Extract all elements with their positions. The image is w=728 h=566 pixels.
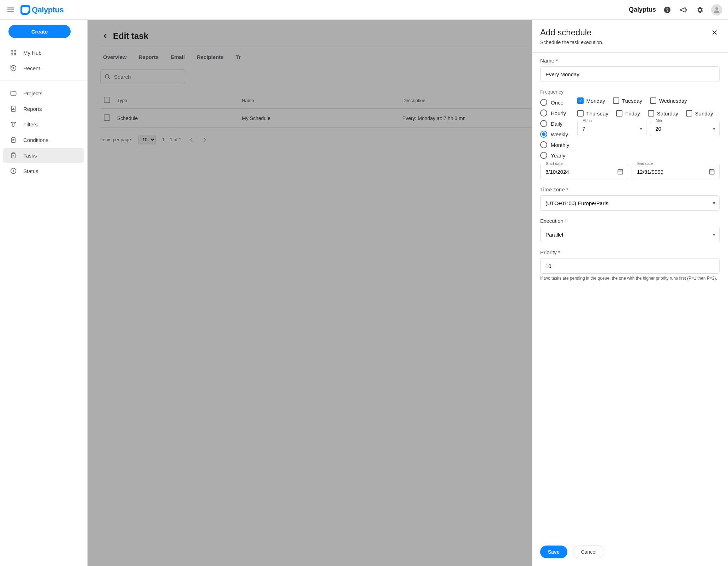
timezone-select[interactable]: (UTC+01:00) Europe/Paris: [540, 195, 720, 211]
start-date-label: Start date: [544, 161, 564, 166]
menu-toggle-button[interactable]: [6, 5, 16, 15]
svg-rect-12: [709, 169, 714, 174]
checkbox-icon: [650, 97, 656, 104]
calendar-icon[interactable]: [617, 168, 624, 175]
day-label: Thursday: [586, 111, 609, 117]
frequency-radio-weekly[interactable]: Weekly: [540, 131, 569, 138]
day-label: Monday: [586, 98, 605, 104]
filter-icon: [10, 121, 17, 128]
sidebar: Create My HubRecent ProjectsReportsFilte…: [0, 20, 88, 566]
settings-icon[interactable]: [695, 5, 705, 15]
day-checkbox-wednesday[interactable]: Wednesday: [650, 97, 687, 104]
radio-icon: [540, 109, 547, 117]
at-hh-label: At hh: [581, 118, 593, 123]
frequency-radio-group: OnceHourlyDailyWeeklyMonthlyYearly: [540, 97, 569, 159]
svg-rect-5: [11, 53, 13, 55]
report-icon: [10, 105, 17, 112]
svg-rect-11: [618, 169, 622, 174]
day-label: Sunday: [695, 111, 713, 117]
calendar-icon[interactable]: [708, 168, 715, 175]
priority-label: Priority *: [540, 249, 720, 255]
hour-select[interactable]: 7: [577, 121, 647, 136]
radio-label: Monthly: [551, 142, 569, 148]
svg-point-6: [14, 53, 16, 55]
nav-label: Recent: [23, 65, 40, 71]
name-label: Name *: [540, 58, 720, 64]
day-label: Saturday: [657, 111, 678, 117]
frequency-radio-yearly[interactable]: Yearly: [540, 152, 569, 159]
nav-item-projects[interactable]: Projects: [3, 86, 84, 101]
hub-icon: [10, 49, 17, 56]
close-icon[interactable]: [710, 28, 720, 37]
nav-item-conditions[interactable]: Conditions: [3, 132, 84, 147]
day-label: Friday: [625, 111, 640, 117]
recent-icon: [10, 65, 17, 72]
task-icon: [10, 152, 17, 159]
radio-label: Weekly: [551, 131, 568, 137]
frequency-radio-once[interactable]: Once: [540, 99, 569, 106]
checkbox-icon: [648, 110, 654, 117]
day-checkbox-thursday[interactable]: Thursday: [577, 110, 609, 117]
nav-item-my-hub[interactable]: My Hub: [3, 45, 84, 60]
radio-icon: [540, 131, 547, 138]
day-checkbox-sunday[interactable]: Sunday: [686, 110, 713, 117]
frequency-radio-monthly[interactable]: Monthly: [540, 141, 569, 148]
drawer-subtitle: Schedule the task execution.: [540, 40, 603, 45]
nav-item-filters[interactable]: Filters: [3, 117, 84, 132]
radio-label: Once: [551, 100, 563, 106]
day-label: Tuesday: [622, 98, 642, 104]
radio-icon: [540, 120, 547, 127]
minute-select[interactable]: 20: [650, 121, 720, 136]
day-checkbox-saturday[interactable]: Saturday: [648, 110, 678, 117]
play-icon: [10, 167, 17, 174]
day-checkbox-monday[interactable]: Monday: [577, 97, 605, 104]
nav-item-reports[interactable]: Reports: [3, 101, 84, 116]
clipboard-icon: [10, 136, 17, 143]
timezone-label: Time zone *: [540, 186, 720, 192]
svg-point-2: [715, 7, 718, 10]
nav-item-recent[interactable]: Recent: [3, 61, 84, 76]
nav-item-tasks[interactable]: Tasks: [3, 148, 84, 163]
svg-text:?: ?: [666, 7, 669, 12]
checkbox-icon: [616, 110, 622, 117]
user-avatar[interactable]: [711, 4, 722, 16]
nav-label: Filters: [23, 121, 38, 127]
day-label: Wednesday: [659, 98, 687, 104]
svg-rect-4: [14, 50, 16, 52]
schedule-name-input[interactable]: [540, 66, 720, 82]
announcement-icon[interactable]: [679, 5, 688, 15]
execution-select[interactable]: Parallel: [540, 227, 720, 242]
save-button[interactable]: Save: [540, 546, 567, 558]
start-date-input[interactable]: [540, 164, 628, 179]
frequency-radio-hourly[interactable]: Hourly: [540, 109, 569, 117]
svg-rect-3: [11, 50, 13, 52]
radio-label: Daily: [551, 121, 562, 127]
min-label: Min: [654, 118, 663, 123]
nav-label: My Hub: [23, 50, 42, 56]
priority-hint: If two tasks are pending in the queue, t…: [540, 276, 720, 281]
create-button[interactable]: Create: [8, 25, 71, 38]
end-date-label: End date: [636, 161, 654, 166]
nav-label: Projects: [23, 90, 42, 96]
nav-label: Conditions: [23, 137, 48, 143]
svg-rect-7: [12, 138, 15, 142]
nav-item-status[interactable]: Status: [3, 163, 84, 178]
logo[interactable]: Qalyptus: [20, 5, 64, 15]
day-checkbox-tuesday[interactable]: Tuesday: [613, 97, 642, 104]
execution-label: Execution *: [540, 218, 720, 224]
cancel-button[interactable]: Cancel: [573, 546, 605, 558]
checkbox-icon: [577, 110, 584, 117]
end-date-input[interactable]: [632, 164, 720, 179]
logo-text: Qalyptus: [32, 5, 64, 14]
radio-icon: [540, 99, 547, 106]
nav-label: Status: [23, 168, 38, 174]
logo-mark-icon: [20, 5, 30, 15]
day-checkbox-friday[interactable]: Friday: [616, 110, 640, 117]
priority-input[interactable]: [540, 258, 720, 274]
checkbox-icon: [686, 110, 692, 117]
help-icon[interactable]: ?: [662, 5, 672, 15]
schedule-drawer: Add schedule Schedule the task execution…: [532, 20, 728, 566]
radio-icon: [540, 141, 547, 148]
brand-label: Qalyptus: [629, 6, 656, 13]
frequency-radio-daily[interactable]: Daily: [540, 120, 569, 127]
